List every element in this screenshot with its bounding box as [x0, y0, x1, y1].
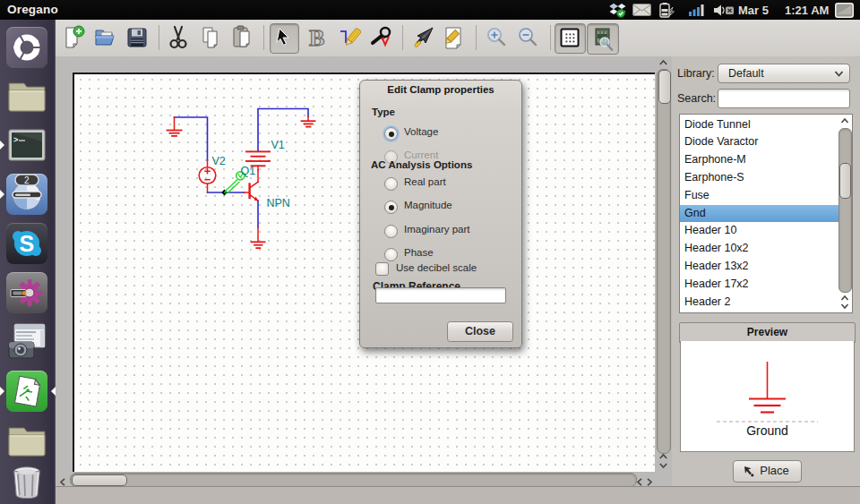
svg-text:>: >	[13, 136, 18, 145]
svg-text:V2: V2	[212, 155, 226, 167]
svg-text:2: 2	[24, 175, 30, 185]
svg-text:NPN: NPN	[267, 197, 290, 209]
svg-text:Ground: Ground	[746, 423, 788, 438]
svg-text:V1: V1	[271, 139, 285, 151]
svg-text:Q1: Q1	[241, 165, 256, 177]
svg-text:S: S	[20, 231, 35, 256]
